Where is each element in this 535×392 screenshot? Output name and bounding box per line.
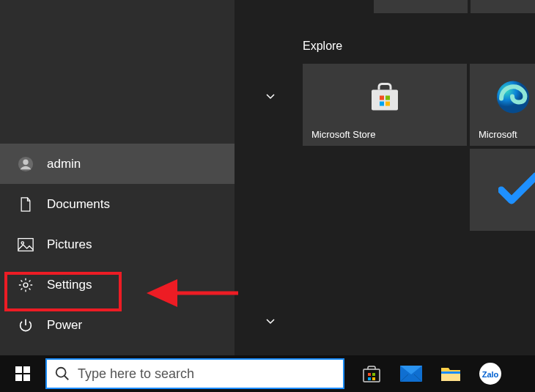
- taskbar-app-store[interactable]: [352, 355, 391, 392]
- svg-rect-23: [372, 377, 375, 380]
- store-icon: [369, 83, 401, 114]
- taskbar-app-zalo[interactable]: Zalo: [471, 355, 510, 392]
- taskbar-search[interactable]: [45, 358, 344, 389]
- sidebar-item-pictures[interactable]: Pictures: [0, 224, 235, 265]
- svg-rect-15: [15, 374, 22, 381]
- chevron-down-icon[interactable]: [262, 88, 278, 104]
- svg-rect-13: [15, 366, 22, 373]
- sidebar-item-label: admin: [47, 157, 81, 171]
- gear-icon: [18, 277, 34, 293]
- svg-rect-26: [441, 371, 460, 374]
- taskbar-app-file-explorer[interactable]: [431, 355, 471, 392]
- sidebar-item-settings[interactable]: Settings: [0, 265, 235, 305]
- check-icon: [498, 173, 535, 207]
- start-button[interactable]: [0, 355, 45, 392]
- sidebar-item-label: Power: [47, 318, 82, 333]
- start-menu-screenshot: admin Documents Pictur: [0, 0, 535, 392]
- svg-point-1: [23, 159, 28, 164]
- svg-point-17: [56, 368, 66, 377]
- svg-rect-20: [368, 373, 371, 376]
- sidebar-item-label: Documents: [47, 197, 110, 212]
- picture-icon: [18, 237, 34, 253]
- user-icon: [18, 156, 34, 172]
- taskbar-app-mail[interactable]: [391, 355, 431, 392]
- svg-rect-5: [372, 90, 398, 111]
- search-input[interactable]: [78, 366, 336, 382]
- svg-rect-21: [372, 373, 375, 376]
- sidebar-item-user[interactable]: admin: [0, 144, 235, 184]
- tile-partial-office[interactable]: [374, 0, 468, 13]
- tile-label: Microsoft Store: [311, 129, 375, 140]
- tile-todo[interactable]: [470, 149, 535, 231]
- svg-rect-14: [23, 366, 30, 373]
- sidebar-item-label: Settings: [47, 278, 92, 292]
- tile-microsoft-store[interactable]: Microsoft Store: [303, 64, 467, 146]
- sidebar-list: admin Documents Pictur: [0, 144, 235, 345]
- svg-rect-9: [385, 102, 390, 106]
- svg-rect-8: [380, 102, 384, 106]
- svg-rect-7: [385, 96, 390, 100]
- svg-rect-6: [380, 96, 384, 100]
- svg-rect-2: [18, 238, 33, 251]
- svg-point-3: [21, 241, 23, 243]
- taskbar: Zalo: [0, 355, 535, 392]
- search-icon: [54, 366, 70, 382]
- document-icon: [18, 196, 34, 212]
- svg-rect-22: [368, 377, 371, 380]
- svg-point-4: [23, 283, 28, 287]
- power-icon: [18, 317, 34, 333]
- svg-line-18: [64, 376, 69, 380]
- start-tiles-area: Explore Microsoft Store: [235, 0, 535, 355]
- zalo-icon: Zalo: [479, 363, 501, 385]
- section-header-explore[interactable]: Explore: [303, 40, 342, 53]
- store-icon: [362, 365, 381, 382]
- windows-icon: [15, 366, 30, 381]
- svg-rect-16: [23, 374, 30, 381]
- edge-icon: [495, 80, 531, 117]
- tile-microsoft-edge[interactable]: Microsoft: [470, 64, 535, 146]
- chevron-down-icon[interactable]: [262, 313, 278, 329]
- tile-label: Microsoft: [479, 129, 517, 140]
- svg-rect-19: [364, 369, 380, 382]
- tile-partial-onenote[interactable]: [471, 0, 535, 13]
- svg-text:Zalo: Zalo: [482, 370, 499, 379]
- sidebar-item-documents[interactable]: Documents: [0, 184, 235, 224]
- folder-icon: [440, 366, 461, 382]
- start-left-column: admin Documents Pictur: [0, 0, 235, 355]
- sidebar-item-power[interactable]: Power: [0, 305, 235, 345]
- mail-icon: [400, 366, 422, 382]
- sidebar-item-label: Pictures: [47, 237, 92, 252]
